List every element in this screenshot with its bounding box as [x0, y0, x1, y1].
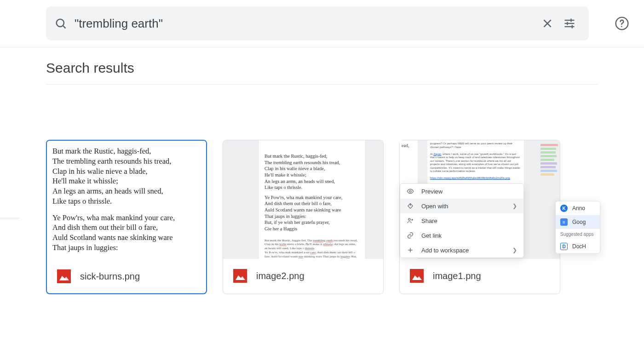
share-icon [407, 217, 415, 224]
menu-item-share[interactable]: Share [400, 213, 523, 228]
eye-icon [407, 188, 415, 195]
svg-line-1 [63, 26, 66, 29]
file-footer: image2.png [223, 259, 383, 293]
file-card[interactable]: ead, progress? Or perhaps M&M will serve… [399, 140, 560, 294]
results-grid: But mark the Rustic, haggis-fed, The tre… [46, 85, 598, 294]
menu-item-preview[interactable]: Preview [400, 184, 523, 199]
image-file-icon [57, 269, 71, 283]
menu-item-get-link[interactable]: Get link [400, 228, 523, 243]
menu-item-add-workspace[interactable]: Add to workspace ❯ [400, 243, 523, 257]
file-footer: image1.png [400, 259, 560, 293]
svg-rect-6 [565, 26, 575, 27]
file-thumbnail: ead, progress? Or perhaps M&M will serve… [400, 140, 560, 259]
chevron-right-icon: ❯ [512, 203, 517, 209]
submenu-item-dochub[interactable]: D DocH [556, 240, 600, 253]
help-icon[interactable] [611, 12, 633, 34]
docs-icon: ≡ [560, 218, 568, 226]
svg-point-13 [408, 218, 410, 220]
thumbnail-text: But mark the Rustic, haggis-fed, The tre… [259, 140, 365, 259]
svg-rect-5 [565, 23, 575, 24]
search-options-icon[interactable] [558, 12, 581, 34]
svg-rect-8 [567, 22, 568, 25]
image-file-icon [410, 269, 424, 283]
top-bar [0, 0, 644, 47]
file-footer: sick-burns.png [47, 259, 206, 293]
thumbnail-snippet: But mark the Rustic, haggis-fed, The tre… [264, 239, 359, 259]
thumbnail-doc-pane: progress? Or perhaps M&M will serve as y… [427, 140, 524, 186]
file-thumbnail: But mark the Rustic, haggis-fed, The tre… [223, 140, 383, 259]
file-card[interactable]: But mark the Rustic, haggis-fed, The tre… [46, 140, 207, 294]
file-thumbnail: But mark the Rustic, haggis-fed, The tre… [47, 141, 206, 259]
svg-rect-4 [565, 20, 575, 21]
thumbnail-text: But mark the Rustic, haggis-fed, The tre… [47, 141, 206, 259]
open-with-submenu: K Anno ≡ Goog Suggested apps D DocH [555, 201, 600, 254]
image-file-icon [233, 269, 247, 283]
context-menu: Preview Open with ❯ Share [400, 183, 524, 258]
svg-point-11 [621, 26, 622, 27]
app-icon: K [560, 205, 568, 212]
search-input[interactable] [67, 17, 536, 31]
content: Search results But mark the Rustic, hagg… [0, 47, 644, 294]
page-title: Search results [46, 60, 134, 76]
submenu-item-anno[interactable]: K Anno [556, 201, 600, 215]
svg-point-0 [57, 19, 64, 27]
thumbnail-sidebar-colors [540, 144, 558, 183]
heading-row: Search results [46, 47, 598, 85]
file-name: sick-burns.png [80, 271, 140, 282]
svg-rect-7 [570, 19, 571, 22]
file-name: image1.png [433, 271, 481, 281]
chevron-right-icon: ❯ [512, 247, 517, 253]
submenu-heading: Suggested apps [556, 229, 600, 240]
file-card[interactable]: But mark the Rustic, haggis-fed, The tre… [223, 140, 384, 294]
plus-icon [407, 246, 415, 254]
menu-item-open-with[interactable]: Open with ❯ [400, 199, 523, 213]
divider [0, 218, 19, 218]
svg-rect-9 [572, 25, 573, 29]
open-with-icon [407, 202, 415, 210]
search-box[interactable] [46, 6, 589, 40]
link-icon [407, 232, 415, 239]
clear-search-button[interactable] [536, 12, 558, 34]
search-icon [54, 17, 67, 30]
submenu-item-google-docs[interactable]: ≡ Goog [556, 215, 600, 229]
svg-point-12 [409, 190, 411, 192]
file-name: image2.png [256, 271, 305, 281]
app-icon: D [560, 243, 568, 250]
